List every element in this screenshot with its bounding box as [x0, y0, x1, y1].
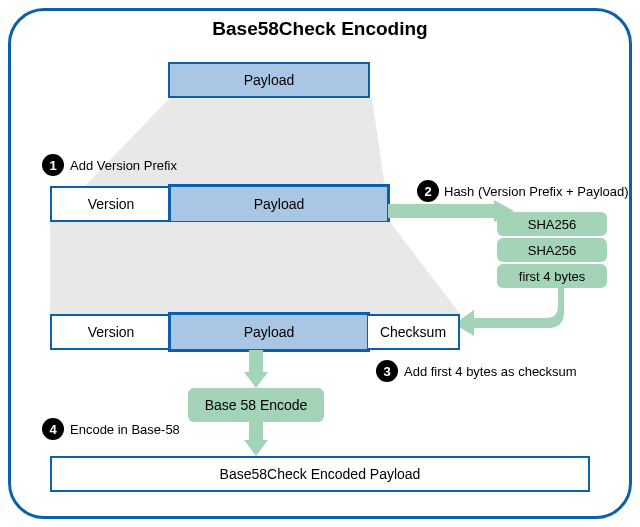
hash-first4: first 4 bytes — [497, 264, 607, 288]
hash-first4-label: first 4 bytes — [519, 269, 585, 284]
hash-sha256-2: SHA256 — [497, 238, 607, 262]
hash-sha256-2-label: SHA256 — [528, 243, 576, 258]
diagram-title: Base58Check Encoding — [0, 18, 640, 40]
row3-version-label: Version — [88, 324, 135, 340]
step2-num: 2 — [424, 184, 431, 199]
spread-trapezoid-2 — [50, 222, 460, 314]
svg-marker-5 — [244, 372, 268, 388]
row3-version: Version — [50, 314, 170, 350]
step4-badge: 4 — [42, 418, 64, 440]
result-box: Base58Check Encoded Payload — [50, 456, 590, 492]
svg-rect-4 — [249, 350, 263, 374]
svg-rect-6 — [249, 422, 263, 442]
step1-label: Add Version Prefix — [70, 158, 177, 173]
arrow-down-1 — [244, 350, 268, 390]
row3-checksum: Checksum — [368, 314, 460, 350]
step3-label: Add first 4 bytes as checksum — [404, 364, 577, 379]
row3-payload-label: Payload — [244, 324, 295, 340]
arrow-down-2 — [244, 422, 268, 458]
hash-sha256-1: SHA256 — [497, 212, 607, 236]
row2-payload: Payload — [168, 184, 390, 224]
result-label: Base58Check Encoded Payload — [220, 466, 421, 482]
hash-sha256-1-label: SHA256 — [528, 217, 576, 232]
svg-rect-1 — [388, 204, 496, 218]
step3-num: 3 — [383, 364, 390, 379]
step2-badge: 2 — [417, 180, 439, 202]
encode-label: Base 58 Encode — [205, 397, 308, 413]
step4-label: Encode in Base-58 — [70, 422, 180, 437]
arrow-checksum-left — [454, 288, 564, 336]
row1-payload-label: Payload — [244, 72, 295, 88]
svg-marker-3 — [50, 222, 460, 314]
step3-badge: 3 — [376, 360, 398, 382]
row2-version: Version — [50, 186, 170, 222]
row2-version-label: Version — [88, 196, 135, 212]
encode-box: Base 58 Encode — [188, 388, 324, 422]
row3-payload: Payload — [168, 312, 370, 352]
step1-num: 1 — [49, 158, 56, 173]
svg-marker-7 — [244, 440, 268, 456]
row2-payload-label: Payload — [254, 196, 305, 212]
step2-label: Hash (Version Prefix + Payload) — [444, 184, 629, 199]
row3-checksum-label: Checksum — [380, 324, 446, 340]
step1-badge: 1 — [42, 154, 64, 176]
step4-num: 4 — [49, 422, 56, 437]
row1-payload: Payload — [168, 62, 370, 98]
